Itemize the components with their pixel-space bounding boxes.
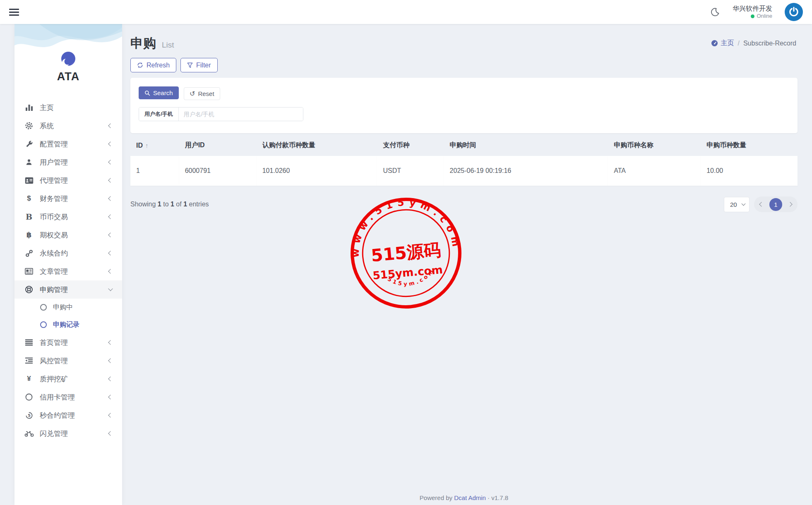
breadcrumb-home-label: 主页	[721, 39, 734, 48]
cell-pay-coin: USDT	[377, 156, 444, 186]
sidebar-subitem-subscribing[interactable]: 申购中	[14, 299, 122, 316]
prev-page-button[interactable]	[757, 200, 766, 209]
life-ring-icon	[24, 285, 34, 294]
sidebar-item-home[interactable]: 主页	[14, 98, 122, 117]
pagination: 1	[754, 196, 798, 212]
sidebar-item-homepage[interactable]: 首页管理	[14, 333, 122, 352]
refresh-icon	[137, 62, 143, 68]
stamp-sub-text: 515ym.com	[372, 263, 443, 282]
sidebar-item-label: 质押挖矿	[40, 374, 68, 384]
chevron-left-icon	[108, 358, 113, 363]
showing-to: 1	[171, 201, 174, 208]
sidebar-item-users[interactable]: 用户管理	[14, 153, 122, 171]
sidebar-item-flash-swap[interactable]: 闪兑管理	[14, 424, 122, 443]
page-title: 申购	[130, 35, 156, 52]
sidebar-subitem-subscribe-record[interactable]: 申购记录	[14, 316, 122, 333]
outdent-icon	[24, 357, 34, 364]
sidebar-item-label: 永续合约	[40, 249, 68, 258]
sidebar-item-subscribe[interactable]: 申购管理	[14, 280, 122, 299]
cell-time: 2025-06-19 00:19:16	[444, 156, 608, 186]
footer-version: v1.7.8	[491, 494, 508, 501]
chevron-left-icon	[108, 178, 113, 182]
circle-icon	[40, 321, 47, 328]
chevron-left-icon	[108, 395, 113, 399]
sidebar-item-second-contract[interactable]: 5 秒合约管理	[14, 406, 122, 424]
sidebar-item-label: 系统	[40, 121, 54, 131]
motorcycle-icon	[24, 430, 34, 437]
search-button[interactable]: Search	[139, 86, 179, 99]
sidebar-item-system[interactable]: 系统	[14, 117, 122, 135]
newspaper-icon	[24, 268, 34, 275]
sidebar-item-agents[interactable]: 代理管理	[14, 171, 122, 189]
username-phone-input[interactable]	[179, 108, 303, 121]
chevron-left-icon	[108, 232, 113, 237]
sidebar-item-label: 信用卡管理	[40, 393, 75, 402]
sidebar-item-articles[interactable]: 文章管理	[14, 262, 122, 280]
reset-button-label: Reset	[198, 90, 214, 97]
sidebar-item-risk[interactable]: 风控管理	[14, 352, 122, 370]
chevron-left-icon	[108, 376, 113, 381]
user-icon	[24, 158, 34, 166]
letter-b-icon: B	[24, 212, 34, 221]
powered-by-text: Powered by	[420, 494, 452, 501]
chevron-down-icon	[108, 286, 113, 291]
cell-coin-name: ATA	[608, 156, 701, 186]
username-phone-filter-group: 用户名/手机	[139, 107, 303, 121]
refresh-button[interactable]: Refresh	[130, 58, 176, 72]
sidebar-item-perpetual[interactable]: 永续合约	[14, 244, 122, 262]
top-navbar: 华兴软件开发 Online	[0, 0, 812, 24]
sidebar-item-options-trade[interactable]: ฿ 期权交易	[14, 226, 122, 244]
reset-button[interactable]: ↺ Reset	[184, 87, 220, 100]
chevron-left-icon	[759, 202, 764, 206]
page-footer: Powered by Dcat Admin · v1.7.8	[130, 494, 798, 501]
column-header-coin-name: 申购币种名称	[608, 135, 701, 156]
align-justify-icon	[24, 339, 34, 346]
breadcrumb: 主页 / Subscribe-Record	[711, 39, 796, 48]
breadcrumb-home-link[interactable]: 主页	[711, 39, 734, 48]
column-header-pay-coin: 支付币种	[377, 135, 444, 156]
table-header-row: ID↑ 用户ID 认购付款币种数量 支付币种 申购时间 申购币种名称 申购币种数…	[130, 135, 798, 156]
column-header-id[interactable]: ID↑	[130, 135, 179, 156]
caret-down-icon	[742, 202, 746, 206]
sidebar-item-finance[interactable]: $ 财务管理	[14, 189, 122, 208]
sidebar-item-staking[interactable]: ¥ 质押挖矿	[14, 370, 122, 388]
sidebar-item-label: 申购管理	[40, 285, 68, 294]
sidebar-item-spot-trade[interactable]: B 币币交易	[14, 208, 122, 226]
sidebar-item-label: 主页	[40, 103, 54, 112]
hamburger-menu-icon[interactable]	[9, 9, 19, 16]
per-page-select[interactable]: 20	[724, 197, 750, 212]
user-info[interactable]: 华兴软件开发 Online	[733, 5, 772, 19]
power-logo-icon	[788, 6, 800, 18]
sidebar-item-label: 配置管理	[40, 139, 68, 149]
showing-entries-text: Showing 1 to 1 of 1 entries	[130, 201, 209, 208]
column-header-pay-amount: 认购付款币种数量	[257, 135, 377, 156]
username-phone-filter-label: 用户名/手机	[139, 108, 179, 121]
filter-button[interactable]: Filter	[180, 58, 218, 72]
sidebar-menu: 主页 系统 配置管理 用户管理 代理管	[14, 89, 122, 443]
sidebar-item-config[interactable]: 配置管理	[14, 135, 122, 153]
filter-icon	[187, 62, 193, 68]
five-timer-icon: 5	[24, 412, 34, 419]
brand-name: ATA	[14, 70, 122, 83]
next-page-button[interactable]	[786, 200, 795, 209]
sidebar-subitem-label: 申购记录	[53, 321, 79, 329]
showing-total: 1	[183, 201, 187, 208]
dark-mode-moon-icon[interactable]	[710, 7, 720, 17]
cell-coin-amount: 10.00	[701, 156, 798, 186]
dcat-admin-link[interactable]: Dcat Admin	[454, 494, 486, 501]
sort-up-icon[interactable]: ↑	[145, 142, 149, 149]
page-1-button[interactable]: 1	[769, 198, 782, 211]
sidebar: ATA 主页 系统 配置管理 用户管理	[14, 24, 122, 505]
id-card-icon	[24, 177, 34, 184]
chevron-left-icon	[108, 251, 113, 255]
records-table: ID↑ 用户ID 认购付款币种数量 支付币种 申购时间 申购币种名称 申购币种数…	[130, 135, 798, 186]
search-button-label: Search	[153, 89, 173, 96]
sidebar-item-label: 代理管理	[40, 176, 68, 185]
table-row[interactable]: 1 6000791 101.0260 USDT 2025-06-19 00:19…	[130, 156, 798, 186]
sidebar-header: ATA	[14, 24, 122, 89]
avatar[interactable]	[785, 3, 803, 21]
sidebar-item-credit-card[interactable]: 信用卡管理	[14, 388, 122, 406]
gauge-icon	[711, 40, 718, 47]
footer-separator: ·	[488, 494, 490, 501]
chevron-right-icon	[788, 202, 792, 206]
